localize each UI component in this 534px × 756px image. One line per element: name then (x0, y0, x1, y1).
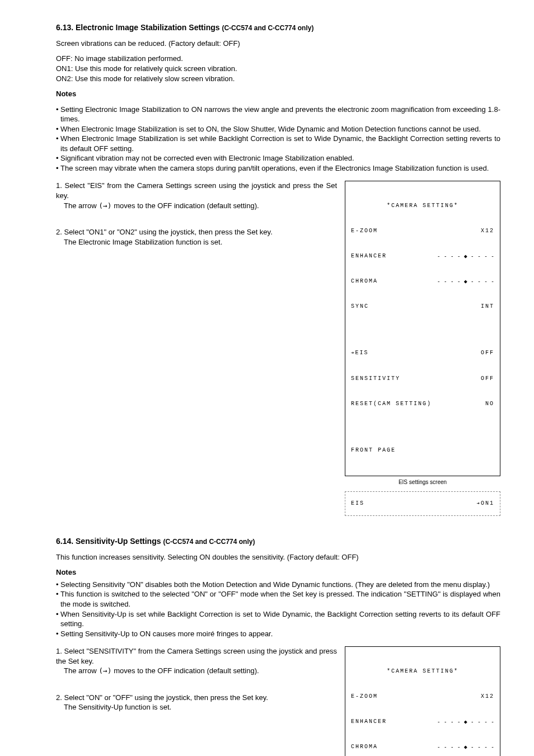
reset-value: NO (485, 400, 494, 408)
eis-label-pointer: EIS (351, 349, 368, 358)
step-613-2-text: Select "ON1" or "ON2" using the joystick… (64, 228, 272, 236)
arrow-icon: (→) (99, 666, 111, 675)
note-614-1: This function is switched to the selecte… (60, 589, 500, 609)
chroma-slider: - - - - ◆ - - - - (437, 743, 494, 751)
ezoom-label: E-ZOOM (351, 692, 378, 701)
reset-label: RESET(CAM SETTING) (351, 400, 432, 408)
notes-label-614: Notes (56, 567, 500, 577)
sub-a: The arrow (64, 666, 99, 675)
bullet-dot: • (56, 609, 60, 629)
note-613-1: When Electronic Image Stabilization is s… (60, 124, 500, 134)
enhancer-slider: - - - - ◆ - - - - (437, 252, 494, 260)
screens-613: *CAMERA SETTING* E-ZOOMX12 ENHANCER- - -… (345, 181, 500, 516)
eis-screen-caption: EIS settings screen (345, 478, 500, 486)
ezoom-value: X12 (481, 227, 494, 235)
front-page: FRONT PAGE (351, 446, 494, 454)
notes-label-613: Notes (56, 89, 500, 99)
bullet-dot: • (56, 580, 60, 590)
sync-label: SYNC (351, 302, 369, 311)
bullet-dot: • (56, 629, 60, 639)
step-614-2-sub: The Sensitivity-Up function is set. (64, 702, 337, 712)
section-614-heading: 6.14. Sensitivity-Up Settings (C-CC574 a… (56, 536, 500, 547)
note-614-2: When Sensitivity-Up is set while Backlig… (60, 609, 500, 629)
chroma-label: CHROMA (351, 743, 378, 751)
screen-title: *CAMERA SETTING* (351, 201, 494, 210)
step-614-1: 1. Select "SENSITIVITY" from the Camera … (56, 646, 337, 666)
bullet-dot: • (56, 105, 60, 124)
dash-label-613: EIS (351, 500, 364, 508)
eis-value: OFF (481, 349, 494, 358)
section-613-heading: 6.13. Electronic Image Stabilization Set… (56, 22, 500, 33)
step-num: 1. (56, 181, 62, 190)
chroma-slider: - - - - ◆ - - - - (437, 277, 494, 285)
step-num: 2. (56, 693, 62, 702)
note-613-3: Significant vibration may not be correct… (60, 153, 500, 163)
sub-a: The arrow (64, 201, 99, 210)
note-614-3: Setting Sensitivity-Up to ON causes more… (60, 629, 500, 639)
sens-value: OFF (481, 374, 494, 383)
sens-label: SENSITIVITY (351, 374, 400, 383)
enhancer-slider: - - - - ◆ - - - - (437, 717, 494, 726)
on2-line: ON2: Use this mode for relatively slow s… (56, 74, 500, 84)
bullet-dot: • (56, 589, 60, 609)
sensitivity-settings-screen: *CAMERA SETTING* E-ZOOMX12 ENHANCER- - -… (345, 646, 500, 756)
intro-613: Screen vibrations can be reduced. (Facto… (56, 39, 500, 49)
step-613-1: 1. Select "EIS" from the Camera Settings… (56, 181, 337, 200)
note-614-0: Selecting Sensitivity "ON" disables both… (60, 580, 500, 590)
note-613-2: When Electronic Image Stabilization is s… (60, 134, 500, 153)
chroma-label: CHROMA (351, 277, 378, 285)
sub-b: moves to the OFF indication (default set… (112, 201, 259, 210)
notes-list-614: •Selecting Sensitivity "ON" disables bot… (56, 580, 500, 638)
bullet-dot: • (56, 153, 60, 163)
eis-dash-box: EIS ON1 (345, 491, 500, 516)
bullet-dot: • (56, 163, 60, 173)
step-614-2-text: Select "ON" or "OFF" using the joystick,… (64, 693, 268, 702)
eis-settings-screen: *CAMERA SETTING* E-ZOOMX12 ENHANCER- - -… (345, 181, 500, 476)
title-suffix: (C-CC574 and C-CC774 only) (163, 538, 255, 546)
title-text: 6.13. Electronic Image Stabilization Set… (56, 23, 222, 32)
step-614-1-sub: The arrow (→) moves to the OFF indicatio… (64, 666, 337, 676)
step-613-1-sub: The arrow (→) moves to the OFF indicatio… (64, 201, 337, 211)
step-614-2: 2. Select "ON" or "OFF" using the joysti… (56, 693, 337, 703)
step-614-1-text: Select "SENSITIVITY" from the Camera Set… (56, 647, 337, 665)
enhancer-label: ENHANCER (351, 717, 387, 726)
note-613-4: The screen may vibrate when the camera s… (60, 163, 500, 173)
title-text: 6.14. Sensitivity-Up Settings (56, 537, 163, 546)
step-num: 1. (56, 647, 62, 655)
screens-614: *CAMERA SETTING* E-ZOOMX12 ENHANCER- - -… (345, 646, 500, 756)
bullet-dot: • (56, 124, 60, 134)
bullet-dot: • (56, 134, 60, 153)
note-613-0: Setting Electronic Image Stabilization t… (60, 105, 500, 124)
notes-list-613: •Setting Electronic Image Stabilization … (56, 105, 500, 173)
screen-title: *CAMERA SETTING* (351, 667, 494, 675)
sync-value: INT (481, 302, 494, 311)
on1-line: ON1: Use this mode for relatively quick … (56, 64, 500, 74)
step-613-2: 2. Select "ON1" or "ON2" using the joyst… (56, 227, 337, 237)
ezoom-label: E-ZOOM (351, 227, 378, 235)
arrow-icon: (→) (99, 201, 111, 210)
dash-value-613: ON1 (477, 500, 494, 508)
off-line: OFF: No image stabilization performed. (56, 54, 500, 64)
title-suffix: (C-CC574 and C-CC774 only) (222, 24, 313, 32)
enhancer-label: ENHANCER (351, 252, 387, 260)
sub-b: moves to the OFF indication (default set… (112, 666, 259, 675)
step-613-2-sub: The Electronic Image Stabilization funct… (64, 237, 337, 247)
ezoom-value: X12 (481, 692, 494, 701)
step-613-1-text: Select "EIS" from the Camera Settings sc… (56, 181, 337, 200)
step-num: 2. (56, 228, 62, 236)
intro-614: This function increases sensitivity. Sel… (56, 552, 500, 562)
